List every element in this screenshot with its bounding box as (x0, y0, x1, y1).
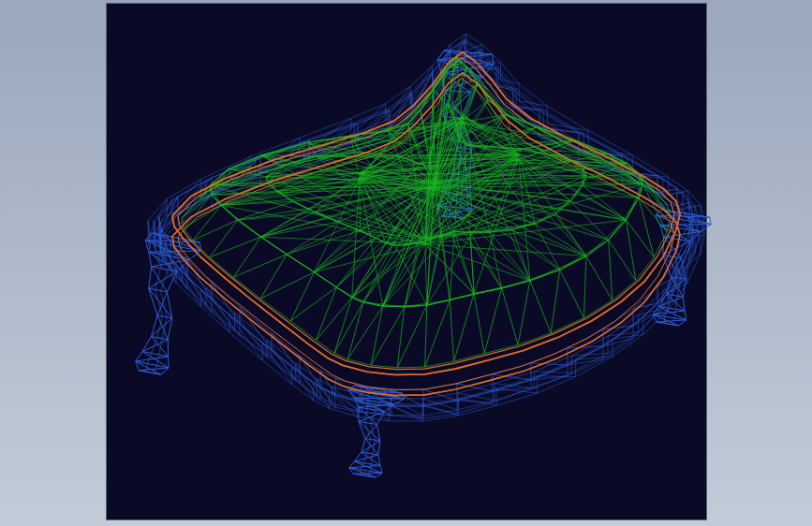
cad-3d-viewport[interactable] (0, 0, 812, 526)
wireframe-canvas[interactable] (0, 0, 812, 526)
